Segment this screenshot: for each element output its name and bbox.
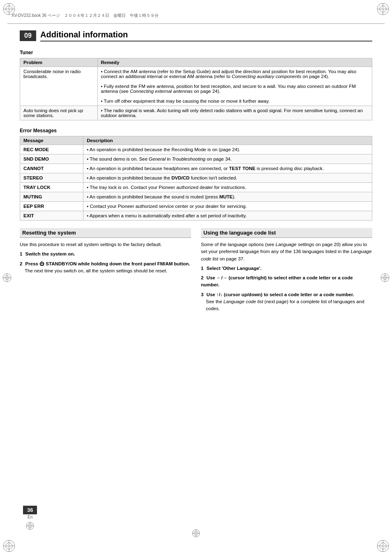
page-lang: En [28, 515, 32, 519]
error-desc-1: • The sound demo is on. See General in T… [83, 154, 372, 164]
chapter-number: 09 [20, 30, 36, 41]
reset-step-2: 2 Press ⏻ STANDBY/ON while holding down … [20, 260, 191, 275]
tuner-section-heading: Tuner [20, 50, 372, 55]
page-number-area: 36 En [23, 506, 37, 532]
tuner-remedy-1: • The radio signal is weak. Auto tuning … [97, 106, 372, 120]
language-title: Using the language code list [201, 228, 372, 238]
tuner-remedy-0: • Connect the AM antenna (refer to the S… [97, 67, 372, 106]
page-number: 36 [23, 506, 37, 514]
reset-step-1: 1 Switch the system on. [20, 251, 191, 258]
corner-decoration-br [375, 538, 391, 554]
page-circle-icon [25, 521, 35, 531]
error-desc-5: • An operation is prohibited because the… [83, 192, 372, 202]
language-step-2-num: 2 [201, 275, 203, 280]
language-step-1: 1 Select 'Other Language'. [201, 265, 372, 272]
error-msg-0: REC MODE [20, 145, 83, 154]
language-intro: Some of the language options (see Langua… [201, 241, 372, 263]
table-row: TRAY LOCK • The tray lock is on. Contact… [20, 183, 372, 192]
tuner-problem-0: Considerable noise in radio broadcasts. [20, 67, 98, 106]
tuner-table: Problem Remedy Considerable noise in rad… [20, 58, 372, 120]
error-msg-5: MUTING [20, 192, 83, 202]
error-msg-2: CANNOT [20, 164, 83, 173]
tuner-col-problem: Problem [20, 58, 98, 67]
error-msg-1: SND DEMO [20, 154, 83, 164]
table-row: EEP ERR • Contact your Pioneer authorize… [20, 202, 372, 211]
table-row: STEREO • An operation is prohibited beca… [20, 173, 372, 183]
tuner-problem-1: Auto tuning does not pick up some statio… [20, 106, 98, 120]
two-column-section: Resetting the system Use this procedure … [20, 228, 372, 315]
reset-title: Resetting the system [20, 228, 191, 238]
error-desc-0: • An operation is prohibited because the… [83, 145, 372, 154]
error-desc-7: • Appears when a menu is automatically e… [83, 211, 372, 221]
language-step-3-title: Use ↑/↓ (cursor up/down) to select a cod… [207, 292, 354, 297]
table-row: SND DEMO • The sound demo is on. See Gen… [20, 154, 372, 164]
table-row: MUTING • An operation is prohibited beca… [20, 192, 372, 202]
error-section-heading: Error Messages [20, 128, 372, 134]
table-row: CANNOT • An operation is prohibited beca… [20, 164, 372, 173]
reset-step-2-num: 2 [20, 261, 22, 266]
reset-intro: Use this procedure to reset all system s… [20, 241, 191, 248]
bottom-center-circle [191, 528, 201, 539]
table-row: EXIT • Appears when a menu is automatica… [20, 211, 372, 221]
header-text: XV-DV232.book 36 ページ ２００４年１２月２４日 金曜日 午後１… [12, 13, 159, 18]
error-col-message: Message [20, 136, 83, 145]
table-row: Considerable noise in radio broadcasts. … [20, 67, 372, 106]
corner-decoration-tr [375, 1, 391, 17]
language-step-3-num: 3 [201, 292, 203, 297]
error-col-description: Description [83, 136, 372, 145]
error-msg-7: EXIT [20, 211, 83, 221]
error-desc-3: • An operation is prohibited because the… [83, 173, 372, 183]
main-content: 09 Additional information Tuner Problem … [12, 24, 380, 543]
header-bar: XV-DV232.book 36 ページ ２００４年１２月２４日 金曜日 午後１… [7, 7, 385, 24]
error-desc-4: • The tray lock is on. Contact your Pion… [83, 183, 372, 192]
language-column: Using the language code list Some of the… [201, 228, 372, 315]
table-row: REC MODE • An operation is prohibited be… [20, 145, 372, 154]
side-circle-right [379, 272, 391, 284]
error-table: Message Description REC MODE • An operat… [20, 136, 372, 221]
language-step-1-num: 1 [201, 266, 203, 271]
table-row: Auto tuning does not pick up some statio… [20, 106, 372, 120]
error-msg-6: EEP ERR [20, 202, 83, 211]
reset-step-1-title: Switch the system on. [25, 251, 75, 256]
language-step-2-title: Use ←/→ (cursor left/right) to select ei… [201, 275, 353, 287]
chapter-title: Additional information [40, 30, 372, 41]
error-desc-2: • An operation is prohibited because hea… [83, 164, 372, 173]
language-step-3-body: See the Language code list (next page) f… [206, 298, 372, 313]
language-step-3: 3 Use ↑/↓ (cursor up/down) to select a c… [201, 291, 372, 313]
error-msg-3: STEREO [20, 173, 83, 183]
error-msg-4: TRAY LOCK [20, 183, 83, 192]
tuner-col-remedy: Remedy [97, 58, 372, 67]
language-step-1-title: Select 'Other Language'. [207, 266, 262, 271]
corner-decoration-tl [1, 1, 17, 17]
language-step-2: 2 Use ←/→ (cursor left/right) to select … [201, 274, 372, 289]
reset-step-1-num: 1 [20, 251, 22, 256]
reset-step-2-title: Press ⏻ STANDBY/ON while holding down th… [25, 261, 190, 266]
corner-decoration-bl [1, 538, 17, 554]
reset-step-2-body: The next time you switch on, all the sys… [25, 267, 191, 274]
reset-column: Resetting the system Use this procedure … [20, 228, 191, 315]
chapter-heading: 09 Additional information [20, 30, 372, 41]
error-desc-6: • Contact your Pioneer authorized servic… [83, 202, 372, 211]
